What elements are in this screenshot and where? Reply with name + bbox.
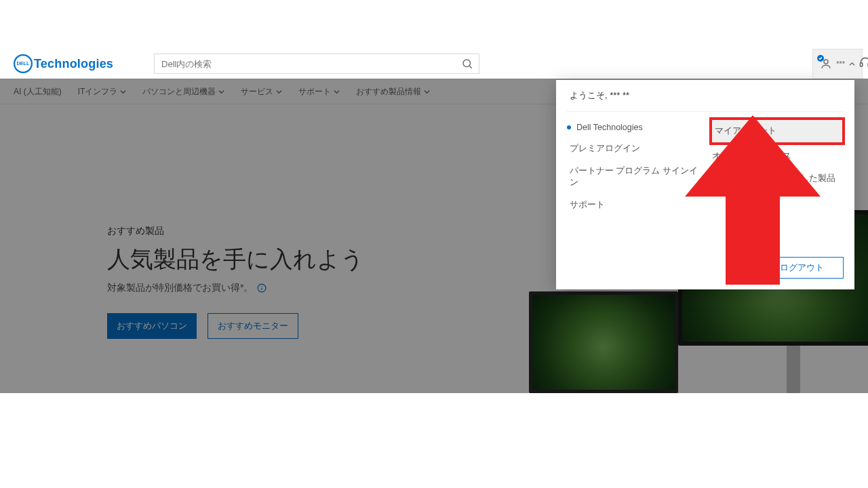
nav-item-0[interactable]: AI (人工知能) (14, 86, 62, 98)
account-left-link-3[interactable]: サポート (567, 194, 701, 216)
notification-dot-icon (817, 55, 824, 62)
topbar: DELL Technologies (0, 49, 868, 79)
chevron-down-icon (120, 89, 126, 95)
account-right-link-1[interactable]: オーダーステータス (709, 145, 844, 167)
search-input[interactable] (160, 58, 461, 70)
nav-item-label: ITインフラ (78, 86, 118, 98)
cta-primary-button[interactable]: おすすめパソコン (107, 313, 197, 339)
account-left-link-0[interactable]: Dell Technologies (567, 117, 701, 138)
chevron-down-icon (334, 89, 340, 95)
account-right-column: マイアカウントオーダーステータスマイアカウントに保存した製品 (709, 117, 844, 216)
chevron-up-icon (849, 61, 855, 67)
account-welcome: ようこそ, *** ** (567, 80, 844, 112)
nav-item-label: おすすめ製品情報 (356, 86, 421, 98)
svg-rect-9 (861, 63, 863, 66)
svg-point-7 (824, 60, 828, 64)
account-left-column: Dell Technologiesプレミアログインパートナー プログラム サイン… (567, 117, 701, 216)
hero-laptop (529, 291, 678, 393)
chevron-down-icon (218, 89, 224, 95)
dell-logo[interactable]: DELL Technologies (14, 54, 113, 73)
svg-line-3 (469, 66, 471, 68)
nav-item-label: サポート (298, 86, 331, 98)
hero-subtext: 対象製品が特別価格でお買い得*。 (107, 282, 364, 294)
dell-logo-icon: DELL (14, 54, 33, 73)
nav-item-label: サービス (241, 86, 273, 98)
nav-item-4[interactable]: サポート (298, 86, 340, 98)
top-spacer (0, 0, 868, 49)
hero-headline: 人気製品を手に入れよう (107, 244, 364, 275)
hero-sub-text: 対象製品が特別価格でお買い得*。 (107, 282, 253, 294)
svg-point-6 (262, 286, 262, 287)
nav-item-1[interactable]: ITインフラ (78, 86, 127, 98)
account-right-link-0[interactable]: マイアカウント (709, 117, 845, 145)
info-icon[interactable] (257, 283, 267, 293)
account-menu-trigger[interactable]: *** (812, 49, 863, 79)
account-left-link-2[interactable]: パートナー プログラム サインイン (567, 160, 701, 194)
logo-text: Technologies (34, 57, 113, 71)
nav-item-label: パソコンと周辺機器 (142, 86, 216, 98)
nav-item-2[interactable]: パソコンと周辺機器 (142, 86, 224, 98)
hero-eyebrow: おすすめ製品 (107, 225, 364, 237)
search-icon (461, 58, 473, 70)
nav-item-3[interactable]: サービス (241, 86, 282, 98)
svg-point-2 (463, 60, 471, 67)
account-trigger-name: *** (836, 60, 845, 68)
search-button[interactable] (461, 58, 473, 70)
logout-button[interactable]: ログアウト (760, 257, 844, 279)
nav-item-5[interactable]: おすすめ製品情報 (356, 86, 430, 98)
chevron-down-icon (424, 89, 430, 95)
contact-icon[interactable] (859, 56, 868, 69)
account-dropdown: ようこそ, *** ** Dell Technologiesプレミアログインパー… (556, 80, 854, 289)
search-box[interactable] (154, 54, 479, 74)
hero-monitor-stand (787, 346, 800, 393)
chevron-down-icon (276, 89, 282, 95)
svg-text:DELL: DELL (16, 60, 30, 66)
account-left-link-1[interactable]: プレミアログイン (567, 138, 701, 160)
nav-item-label: AI (人工知能) (14, 86, 62, 98)
cta-secondary-button[interactable]: おすすめモニター (208, 313, 298, 339)
account-right-link-2[interactable]: マイアカウントに保存した製品 (709, 167, 844, 190)
